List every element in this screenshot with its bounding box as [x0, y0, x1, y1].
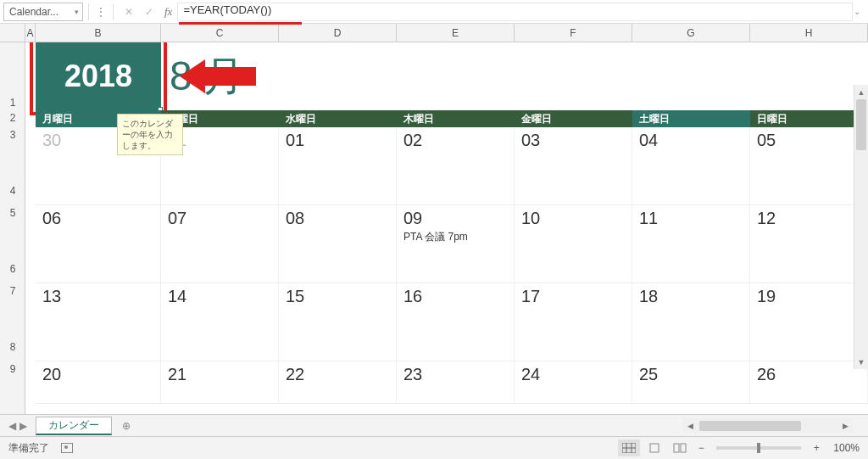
row-number[interactable]: 7 [0, 285, 25, 297]
scrollbar-track[interactable] [698, 421, 838, 431]
zoom-slider[interactable] [716, 446, 801, 450]
tab-nav-prev-icon[interactable]: ◀ [8, 420, 16, 432]
row-number[interactable]: 9 [0, 363, 25, 375]
calendar-day-cell[interactable]: 22 [279, 361, 397, 403]
select-all-cell[interactable] [0, 24, 25, 42]
calendar-day-cell[interactable]: 23 [397, 361, 515, 403]
name-box-text: Calendar... [9, 6, 58, 18]
scrollbar-thumb[interactable] [856, 99, 866, 150]
row-gutter: 1 2 3 4 5 6 7 8 9 [0, 42, 25, 414]
calendar-day-cell[interactable]: 16 [397, 283, 515, 361]
column-header[interactable]: B [36, 24, 161, 42]
calendar-week-row: 06 07 08 09PTA 会議 7pm 10 11 12 [36, 205, 868, 283]
accept-formula-button[interactable]: ✓ [141, 3, 158, 20]
cancel-formula-button[interactable]: ✕ [120, 3, 137, 20]
calendar-month-cell[interactable]: 8 月 [170, 42, 244, 110]
calendar-day-cell[interactable]: 01 [279, 127, 397, 204]
calendar-year-cell[interactable]: 2018 [36, 42, 161, 110]
column-header-row: A B C D E F G H [0, 24, 868, 42]
row-number[interactable]: 6 [0, 263, 25, 275]
separator [88, 3, 89, 20]
zoom-out-button[interactable]: − [694, 442, 708, 454]
calendar-event: PTA 会議 7pm [403, 230, 507, 244]
column-header[interactable]: H [750, 24, 868, 42]
calendar-day-cell[interactable]: 06 [36, 205, 161, 283]
check-icon: ✓ [145, 6, 153, 18]
row-number[interactable]: 5 [0, 207, 25, 219]
calendar-day-cell[interactable]: 10 [515, 205, 632, 283]
fx-icon[interactable]: fx [159, 5, 177, 19]
sheet-tab-active[interactable]: カレンダー [36, 417, 112, 435]
svg-rect-4 [650, 444, 659, 452]
calendar-day-cell[interactable]: 26 [750, 361, 868, 403]
row-number[interactable]: 2 [0, 112, 25, 124]
formula-input[interactable]: =YEAR(TODAY()) [177, 3, 853, 21]
column-header[interactable]: D [279, 24, 397, 42]
worksheet-cells[interactable]: 2018 8 月 このカレンダーの年を入力します。 月曜日 火曜日 水曜日 木曜… [25, 42, 868, 414]
calendar-day-cell[interactable]: 05 [750, 127, 868, 204]
scroll-up-icon[interactable]: ▲ [854, 85, 868, 99]
add-sheet-button[interactable]: ⊕ [117, 417, 136, 435]
calendar-day-cell[interactable]: 12 [750, 205, 868, 283]
calendar-week-row: 13 14 15 16 17 18 19 [36, 283, 868, 361]
calendar-day-cell[interactable]: 07 [161, 205, 279, 283]
scroll-right-icon[interactable]: ▶ [838, 418, 853, 433]
svg-rect-5 [674, 444, 679, 452]
svg-rect-6 [681, 444, 686, 452]
calendar-day-cell[interactable]: 14 [161, 283, 279, 361]
view-page-layout-button[interactable] [643, 439, 665, 456]
scroll-left-icon[interactable]: ◀ [683, 418, 698, 433]
column-header[interactable]: A [25, 24, 36, 42]
calendar-day-cell[interactable]: 21 [161, 361, 279, 403]
sheet-tab-nav: ◀ ▶ [0, 420, 36, 432]
name-box-dropdown-icon[interactable]: ▾ [75, 8, 79, 16]
view-normal-button[interactable] [618, 439, 640, 456]
quick-access-more-icon[interactable]: ⋮ [94, 6, 108, 18]
status-ready: 準備完了 [8, 441, 49, 456]
formula-bar-expand-icon[interactable]: ⌄ [853, 7, 865, 16]
calendar-day-cell[interactable]: 09PTA 会議 7pm [397, 205, 515, 283]
calendar-day-cell[interactable]: 24 [515, 361, 632, 403]
calendar-day-cell[interactable]: 15 [279, 283, 397, 361]
column-header[interactable]: F [515, 24, 632, 42]
column-header[interactable]: E [397, 24, 515, 42]
calendar-day-cell[interactable]: 04 [632, 127, 750, 204]
macro-record-icon[interactable] [61, 443, 73, 453]
view-page-break-button[interactable] [669, 439, 691, 456]
row-number[interactable]: 8 [0, 341, 25, 353]
calendar-day-cell[interactable]: 13 [36, 283, 161, 361]
weekday-header: 木曜日 [397, 110, 515, 127]
calendar-day-cell[interactable]: 03 [515, 127, 632, 204]
scrollbar-thumb[interactable] [699, 421, 801, 431]
scroll-down-icon[interactable]: ▼ [854, 355, 868, 369]
separator [113, 3, 114, 20]
cell-comment-tooltip: このカレンダーの年を入力します。 [117, 114, 183, 155]
zoom-in-button[interactable]: + [810, 442, 823, 454]
row-number[interactable]: 4 [0, 185, 25, 197]
zoom-level[interactable]: 100% [833, 442, 860, 454]
horizontal-scrollbar[interactable]: ◀ ▶ [683, 418, 853, 433]
weekday-header: 金曜日 [515, 110, 632, 127]
calendar-day-cell[interactable]: 19 [750, 283, 868, 361]
formula-bar: Calendar... ▾ ⋮ ✕ ✓ fx =YEAR(TODAY()) ⌄ [0, 0, 868, 24]
row-number[interactable]: 3 [0, 129, 25, 141]
column-header[interactable]: C [161, 24, 279, 42]
plus-circle-icon: ⊕ [122, 420, 131, 432]
scrollbar-track[interactable] [854, 99, 868, 355]
column-header[interactable]: G [632, 24, 750, 42]
status-bar: 準備完了 − + 100% [0, 436, 868, 459]
calendar-day-cell[interactable]: 20 [36, 361, 161, 403]
sheet-tab-strip: ◀ ▶ カレンダー ⊕ ◀ ▶ [0, 414, 868, 436]
tab-nav-next-icon[interactable]: ▶ [19, 420, 27, 432]
name-box[interactable]: Calendar... ▾ [3, 3, 83, 21]
calendar-day-cell[interactable]: 25 [632, 361, 750, 403]
row-number[interactable]: 1 [0, 97, 25, 109]
calendar-day-cell[interactable]: 02 [397, 127, 515, 204]
grid-view-icon [622, 443, 636, 453]
annotation-underline [179, 22, 302, 25]
vertical-scrollbar[interactable]: ▲ ▼ [854, 85, 868, 369]
calendar-day-cell[interactable]: 18 [632, 283, 750, 361]
calendar-day-cell[interactable]: 11 [632, 205, 750, 283]
calendar-day-cell[interactable]: 17 [515, 283, 632, 361]
calendar-day-cell[interactable]: 08 [279, 205, 397, 283]
